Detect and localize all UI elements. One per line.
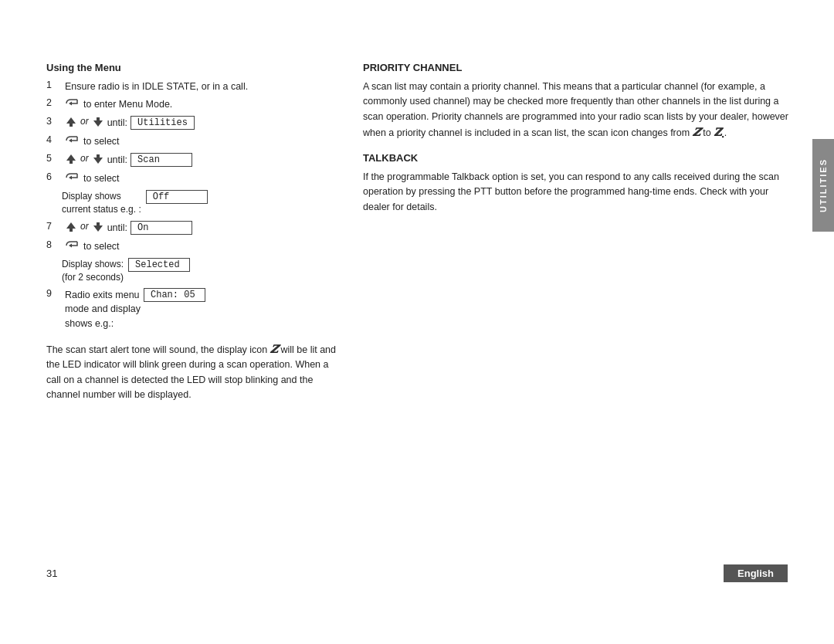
svg-rect-12 bbox=[70, 229, 73, 232]
or-text-7: or bbox=[80, 221, 89, 232]
step-3: 3 or until: Utilities bbox=[46, 116, 340, 130]
step-3-num: 3 bbox=[46, 116, 62, 127]
step-2-text: to enter Menu Mode. bbox=[83, 97, 172, 111]
svg-rect-2 bbox=[70, 124, 73, 127]
svg-marker-13 bbox=[93, 225, 103, 232]
step-6: 6 to select bbox=[46, 171, 340, 186]
svg-marker-0 bbox=[69, 102, 72, 106]
svg-rect-14 bbox=[97, 222, 100, 225]
talkback-title: TALKBACK bbox=[363, 152, 795, 164]
or-text-5: or bbox=[80, 153, 89, 164]
step-4-text: to select bbox=[83, 134, 120, 148]
step-9-num: 9 bbox=[46, 288, 62, 299]
bottom-bar: 31 English bbox=[0, 564, 834, 582]
step-1-text: Ensure radio is in IDLE STATE, or in a c… bbox=[65, 80, 248, 93]
scan-icon-from: ℤ bbox=[691, 124, 702, 141]
step-6-sub: Display showscurrent status e.g. : Off bbox=[62, 190, 340, 216]
svg-rect-4 bbox=[97, 117, 100, 120]
step-7-num: 7 bbox=[46, 221, 62, 232]
step-3-display: Utilities bbox=[131, 116, 195, 130]
svg-marker-11 bbox=[66, 222, 76, 229]
step-7-display: On bbox=[131, 221, 192, 235]
utilities-side-tab: UTILITIES bbox=[812, 139, 834, 232]
step-8-sub-label: Display shows:(for 2 seconds) bbox=[62, 258, 124, 284]
step-8-text: to select bbox=[83, 239, 120, 253]
using-menu-title: Using the Menu bbox=[46, 62, 340, 73]
priority-para: A scan list may contain a priority chann… bbox=[363, 80, 795, 143]
step-8-sub: Display shows:(for 2 seconds) Selected bbox=[62, 258, 340, 284]
step-8: 8 to select bbox=[46, 239, 340, 254]
step-8-display: Selected bbox=[128, 258, 190, 272]
step-1-num: 1 bbox=[46, 80, 62, 90]
right-column: PRIORITY CHANNEL A scan list may contain… bbox=[363, 62, 795, 551]
svg-rect-9 bbox=[97, 154, 100, 158]
step-6-display: Off bbox=[146, 190, 208, 204]
main-content: Using the Menu 1 Ensure radio is in IDLE… bbox=[46, 62, 795, 551]
side-tab-label: UTILITIES bbox=[819, 158, 828, 212]
or-text-3: or bbox=[80, 116, 89, 127]
svg-marker-6 bbox=[66, 154, 76, 161]
svg-marker-5 bbox=[69, 139, 72, 143]
step-9: 9 Radio exits menumode and displayshows … bbox=[46, 288, 340, 330]
step-7: 7 or until: On bbox=[46, 221, 340, 236]
select-icon-8 bbox=[65, 239, 80, 254]
step-5-display: Scan bbox=[131, 153, 192, 167]
step-6-sub-label: Display showscurrent status e.g. : bbox=[62, 190, 141, 216]
step-5-num: 5 bbox=[46, 153, 62, 164]
step-7-until: until: bbox=[107, 221, 127, 235]
step-9-display: Chan: 05 bbox=[144, 288, 205, 302]
arrow-up-icon-3 bbox=[65, 116, 77, 130]
talkback-para: If the programmable Talkback option is s… bbox=[363, 170, 795, 215]
step-2: 2 to enter Menu Mode. bbox=[46, 97, 340, 112]
priority-channel-title: PRIORITY CHANNEL bbox=[363, 62, 795, 73]
svg-marker-15 bbox=[69, 243, 72, 247]
select-icon-6 bbox=[65, 171, 80, 186]
arrow-down-icon-3 bbox=[92, 116, 104, 130]
step-6-num: 6 bbox=[46, 171, 62, 182]
svg-marker-1 bbox=[66, 117, 76, 124]
language-badge: English bbox=[724, 564, 788, 582]
bottom-para-text: The scan start alert tone will sound, th… bbox=[46, 344, 270, 355]
step-8-num: 8 bbox=[46, 239, 62, 250]
step-5-until: until: bbox=[107, 153, 127, 167]
svg-marker-8 bbox=[93, 158, 103, 164]
step-3-until: until: bbox=[107, 116, 127, 130]
arrow-up-icon-5 bbox=[65, 153, 77, 168]
step-4-num: 4 bbox=[46, 134, 62, 145]
step-2-num: 2 bbox=[46, 97, 62, 108]
step-4: 4 to select bbox=[46, 134, 340, 149]
arrow-up-icon-7 bbox=[65, 221, 77, 236]
svg-rect-7 bbox=[70, 161, 73, 164]
step-1: 1 Ensure radio is in IDLE STATE, or in a… bbox=[46, 80, 340, 93]
page-container: UTILITIES Using the Menu 1 Ensure radio … bbox=[0, 0, 834, 644]
step-9-text: Radio exits menumode and displayshows e.… bbox=[65, 288, 141, 330]
left-column: Using the Menu 1 Ensure radio is in IDLE… bbox=[46, 62, 340, 551]
arrow-down-icon-7 bbox=[92, 221, 104, 236]
step-5: 5 or until: Scan bbox=[46, 153, 340, 168]
step-6-text: to select bbox=[83, 171, 120, 185]
bottom-para: The scan start alert tone will sound, th… bbox=[46, 341, 340, 403]
svg-marker-3 bbox=[93, 120, 103, 127]
svg-marker-10 bbox=[69, 176, 72, 180]
page-number: 31 bbox=[46, 568, 57, 579]
select-icon-4 bbox=[65, 134, 80, 149]
enter-icon bbox=[65, 97, 80, 112]
scan-icon-inline: ℤ bbox=[269, 341, 280, 358]
arrow-down-icon-5 bbox=[92, 153, 104, 168]
